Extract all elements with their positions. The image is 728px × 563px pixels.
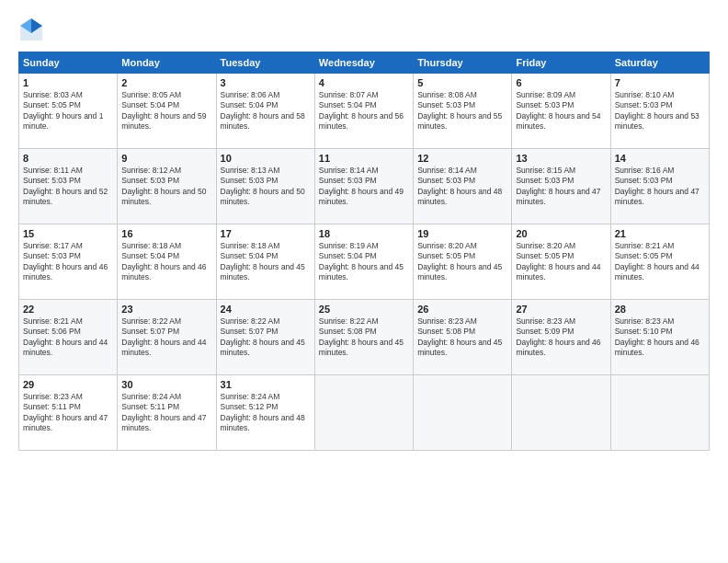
day-number: 4 [319,77,409,88]
day-info: Sunrise: 8:15 AM Sunset: 5:03 PM Dayligh… [516,166,606,208]
day-info: Sunrise: 8:24 AM Sunset: 5:12 PM Dayligh… [221,392,311,434]
day-number: 26 [417,304,507,315]
day-of-week-header: Friday [512,52,610,74]
day-info: Sunrise: 8:17 AM Sunset: 5:03 PM Dayligh… [23,241,113,283]
day-number: 9 [121,153,211,164]
day-info: Sunrise: 8:20 AM Sunset: 5:05 PM Dayligh… [516,241,606,283]
day-info: Sunrise: 8:21 AM Sunset: 5:05 PM Dayligh… [615,241,705,283]
calendar-week-row: 1 Sunrise: 8:03 AM Sunset: 5:05 PM Dayli… [19,74,710,149]
calendar-cell: 13 Sunrise: 8:15 AM Sunset: 5:03 PM Dayl… [512,149,610,224]
day-of-week-header: Sunday [19,52,118,74]
calendar-cell: 7 Sunrise: 8:10 AM Sunset: 5:03 PM Dayli… [610,74,709,149]
day-info: Sunrise: 8:14 AM Sunset: 5:03 PM Dayligh… [319,166,409,208]
calendar-cell: 19 Sunrise: 8:20 AM Sunset: 5:05 PM Dayl… [414,224,512,300]
day-number: 15 [23,228,113,239]
day-number: 11 [319,153,409,164]
day-number: 30 [121,379,211,390]
calendar-cell: 3 Sunrise: 8:06 AM Sunset: 5:04 PM Dayli… [216,74,314,149]
day-number: 31 [221,379,311,390]
day-info: Sunrise: 8:22 AM Sunset: 5:08 PM Dayligh… [319,316,409,359]
day-number: 2 [121,77,211,88]
calendar-cell: 6 Sunrise: 8:09 AM Sunset: 5:03 PM Dayli… [512,74,610,149]
calendar-cell: 2 Sunrise: 8:05 AM Sunset: 5:04 PM Dayli… [118,74,216,149]
day-info: Sunrise: 8:10 AM Sunset: 5:03 PM Dayligh… [615,90,705,132]
calendar-cell: 11 Sunrise: 8:14 AM Sunset: 5:03 PM Dayl… [314,149,413,224]
day-of-week-header: Saturday [610,52,709,74]
day-info: Sunrise: 8:09 AM Sunset: 5:03 PM Dayligh… [516,90,606,132]
header [18,17,710,42]
day-of-week-header: Monday [118,52,216,74]
day-info: Sunrise: 8:18 AM Sunset: 5:04 PM Dayligh… [121,241,211,283]
day-info: Sunrise: 8:05 AM Sunset: 5:04 PM Dayligh… [121,90,211,132]
day-number: 19 [417,228,507,239]
day-info: Sunrise: 8:23 AM Sunset: 5:08 PM Dayligh… [417,316,507,359]
day-info: Sunrise: 8:19 AM Sunset: 5:04 PM Dayligh… [319,241,409,283]
calendar-week-row: 22 Sunrise: 8:21 AM Sunset: 5:06 PM Dayl… [19,300,710,375]
calendar-cell: 15 Sunrise: 8:17 AM Sunset: 5:03 PM Dayl… [19,224,118,300]
calendar-cell [512,375,610,451]
calendar-cell: 25 Sunrise: 8:22 AM Sunset: 5:08 PM Dayl… [314,300,413,375]
calendar-table: SundayMondayTuesdayWednesdayThursdayFrid… [18,52,710,451]
day-number: 28 [615,304,705,315]
calendar-cell: 21 Sunrise: 8:21 AM Sunset: 5:05 PM Dayl… [610,224,709,300]
calendar-cell: 10 Sunrise: 8:13 AM Sunset: 5:03 PM Dayl… [216,149,314,224]
calendar-cell: 30 Sunrise: 8:24 AM Sunset: 5:11 PM Dayl… [118,375,216,451]
calendar-cell: 9 Sunrise: 8:12 AM Sunset: 5:03 PM Dayli… [118,149,216,224]
logo-icon [18,17,44,42]
day-of-week-header: Thursday [414,52,512,74]
day-info: Sunrise: 8:23 AM Sunset: 5:10 PM Dayligh… [615,316,705,359]
calendar-cell: 31 Sunrise: 8:24 AM Sunset: 5:12 PM Dayl… [216,375,314,451]
day-number: 27 [516,304,606,315]
day-number: 14 [615,153,705,164]
calendar-cell: 29 Sunrise: 8:23 AM Sunset: 5:11 PM Dayl… [19,375,118,451]
calendar-header-row: SundayMondayTuesdayWednesdayThursdayFrid… [19,52,710,74]
calendar-week-row: 15 Sunrise: 8:17 AM Sunset: 5:03 PM Dayl… [19,224,710,300]
day-info: Sunrise: 8:23 AM Sunset: 5:09 PM Dayligh… [516,316,606,359]
day-number: 24 [221,304,311,315]
day-number: 5 [417,77,507,88]
day-number: 13 [516,153,606,164]
day-number: 21 [615,228,705,239]
calendar-cell: 12 Sunrise: 8:14 AM Sunset: 5:03 PM Dayl… [414,149,512,224]
day-number: 25 [319,304,409,315]
day-number: 6 [516,77,606,88]
day-info: Sunrise: 8:16 AM Sunset: 5:03 PM Dayligh… [615,166,705,208]
day-number: 10 [221,153,311,164]
day-number: 8 [23,153,113,164]
day-info: Sunrise: 8:12 AM Sunset: 5:03 PM Dayligh… [121,166,211,208]
calendar-cell [610,375,709,451]
day-info: Sunrise: 8:24 AM Sunset: 5:11 PM Dayligh… [121,392,211,434]
day-info: Sunrise: 8:18 AM Sunset: 5:04 PM Dayligh… [221,241,311,283]
day-of-week-header: Tuesday [216,52,314,74]
calendar-cell: 28 Sunrise: 8:23 AM Sunset: 5:10 PM Dayl… [610,300,709,375]
calendar-cell: 16 Sunrise: 8:18 AM Sunset: 5:04 PM Dayl… [118,224,216,300]
calendar-cell: 26 Sunrise: 8:23 AM Sunset: 5:08 PM Dayl… [414,300,512,375]
day-number: 17 [221,228,311,239]
calendar-cell: 17 Sunrise: 8:18 AM Sunset: 5:04 PM Dayl… [216,224,314,300]
calendar-cell: 24 Sunrise: 8:22 AM Sunset: 5:07 PM Dayl… [216,300,314,375]
day-number: 3 [221,77,311,88]
day-info: Sunrise: 8:22 AM Sunset: 5:07 PM Dayligh… [121,316,211,359]
page: SundayMondayTuesdayWednesdayThursdayFrid… [0,0,728,563]
day-number: 1 [23,77,113,88]
calendar-cell: 27 Sunrise: 8:23 AM Sunset: 5:09 PM Dayl… [512,300,610,375]
calendar-cell: 22 Sunrise: 8:21 AM Sunset: 5:06 PM Dayl… [19,300,118,375]
calendar-cell: 20 Sunrise: 8:20 AM Sunset: 5:05 PM Dayl… [512,224,610,300]
day-info: Sunrise: 8:07 AM Sunset: 5:04 PM Dayligh… [319,90,409,132]
day-number: 22 [23,304,113,315]
day-info: Sunrise: 8:11 AM Sunset: 5:03 PM Dayligh… [23,166,113,208]
day-number: 29 [23,379,113,390]
day-number: 7 [615,77,705,88]
calendar-cell [314,375,413,451]
day-number: 18 [319,228,409,239]
day-info: Sunrise: 8:21 AM Sunset: 5:06 PM Dayligh… [23,316,113,359]
day-number: 23 [121,304,211,315]
day-info: Sunrise: 8:14 AM Sunset: 5:03 PM Dayligh… [417,166,507,208]
calendar-cell: 4 Sunrise: 8:07 AM Sunset: 5:04 PM Dayli… [314,74,413,149]
logo [18,17,48,42]
day-of-week-header: Wednesday [314,52,413,74]
day-number: 16 [121,228,211,239]
calendar-cell: 14 Sunrise: 8:16 AM Sunset: 5:03 PM Dayl… [610,149,709,224]
calendar-cell: 8 Sunrise: 8:11 AM Sunset: 5:03 PM Dayli… [19,149,118,224]
calendar-cell [414,375,512,451]
